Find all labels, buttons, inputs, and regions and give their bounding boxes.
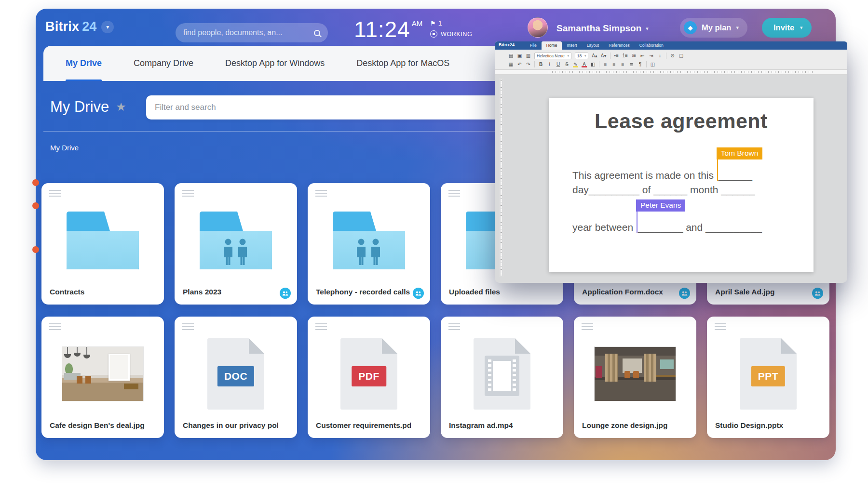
invite-button[interactable]: Invite ▾ <box>762 18 812 38</box>
search-icon[interactable] <box>314 30 320 36</box>
work-status-box: ⚑ 1 WORKING <box>430 19 472 38</box>
card-menu-icon[interactable] <box>315 190 327 197</box>
shared-badge-icon <box>280 288 291 299</box>
tab-company-drive[interactable]: Company Drive <box>134 46 193 81</box>
shrink-font-icon[interactable]: A▾ <box>601 53 607 59</box>
card-cafe-design[interactable]: Cafe design Ben's deal.jpg <box>41 317 164 438</box>
image-icon[interactable]: ◫ <box>650 62 655 67</box>
bold-icon[interactable]: B <box>538 62 543 67</box>
document-line-1: This agreement is made on this Tom Brown… <box>572 169 799 181</box>
card-label: Plans 2023 <box>183 288 278 296</box>
favorite-star-icon[interactable]: ★ <box>116 100 126 114</box>
card-menu-icon[interactable] <box>182 190 194 197</box>
files-grid-row-2: Cafe design Ben's deal.jpg DOC Changes i… <box>41 317 829 438</box>
pilcrow-icon[interactable]: ¶ <box>637 62 643 67</box>
justify-icon[interactable]: ≣ <box>629 62 634 67</box>
card-label: Uploaded files <box>449 288 544 296</box>
flag-counter[interactable]: ⚑ 1 <box>430 19 472 27</box>
user-avatar[interactable] <box>528 17 548 38</box>
tab-desktop-app-windows[interactable]: Desktop App for Windows <box>225 46 325 81</box>
user-menu[interactable]: Samantha Simpson ▾ <box>556 23 649 34</box>
card-label: Application Form.docx <box>582 288 677 296</box>
shared-folder-icon <box>333 212 405 269</box>
doc-file-icon: DOC <box>207 338 264 410</box>
notification-dot <box>32 246 39 253</box>
print-icon[interactable]: ▤ <box>508 53 514 59</box>
clear-format-icon[interactable]: ⊘ <box>670 53 675 59</box>
tab-desktop-app-macos[interactable]: Desktop App for MacOS <box>356 46 449 81</box>
ppt-file-icon: PPT <box>740 338 797 410</box>
menu-file[interactable]: File <box>525 41 542 50</box>
card-menu-icon[interactable] <box>49 323 61 330</box>
highlight-icon[interactable]: ✎ <box>573 62 578 67</box>
my-plan-button[interactable]: ◆ My plan ▾ <box>680 18 747 38</box>
card-telephony-recorded-calls[interactable]: Telephony - recorded calls <box>308 183 430 305</box>
card-label: Cafe design Ben's deal.jpg <box>50 421 145 430</box>
bullet-list-icon[interactable]: •≡ <box>614 53 619 59</box>
card-customer-requirements[interactable]: PDF Customer requirements.pdf <box>308 317 430 438</box>
align-center-icon[interactable]: ≡ <box>611 62 617 67</box>
horizontal-ruler[interactable] <box>495 70 847 75</box>
font-family-select[interactable]: Helvetica Neue▾ <box>534 53 571 59</box>
card-contracts[interactable]: Contracts <box>41 183 164 305</box>
page-color-icon[interactable]: ▢ <box>678 53 684 59</box>
grow-font-icon[interactable]: A▴ <box>592 53 597 59</box>
card-menu-icon[interactable] <box>49 190 61 197</box>
increase-indent-icon[interactable]: ⇥ <box>649 53 654 59</box>
chevron-down-icon[interactable]: ▾ <box>101 21 114 33</box>
decrease-indent-icon[interactable]: ⇤ <box>640 53 645 59</box>
paste-icon[interactable]: ▥ <box>526 53 531 59</box>
document-title: Lease agreement <box>549 109 814 133</box>
document-line-2: day_________ of ______ month ______ <box>572 184 799 196</box>
card-label: Instagram ad.mp4 <box>449 421 544 430</box>
font-color-icon[interactable]: A <box>582 62 587 67</box>
card-menu-icon[interactable] <box>448 190 460 197</box>
italic-icon[interactable]: I <box>547 62 552 67</box>
card-label: Contracts <box>50 288 145 296</box>
redo-icon[interactable]: ↷ <box>526 62 531 67</box>
align-right-icon[interactable]: ≡ <box>620 62 625 67</box>
align-left-icon[interactable]: ≡ <box>603 62 608 67</box>
card-menu-icon[interactable] <box>582 323 593 330</box>
clipboard-icon[interactable]: ▦ <box>508 62 514 67</box>
breadcrumb[interactable]: My Drive <box>50 144 79 152</box>
vertical-ruler[interactable] <box>499 78 503 277</box>
chevron-down-icon: ▾ <box>646 26 649 32</box>
card-instagram-ad[interactable]: Instagram ad.mp4 <box>441 317 563 438</box>
card-privacy-changes[interactable]: DOC Changes in our privacy poli... <box>175 317 297 438</box>
multilevel-list-icon[interactable]: ⁝≡ <box>631 53 637 59</box>
menu-collaboration[interactable]: Collaboration <box>635 41 668 50</box>
card-menu-icon[interactable] <box>182 323 194 330</box>
document-page[interactable]: Lease agreement This agreement is made o… <box>549 98 814 272</box>
card-studio-design[interactable]: PPT Studio Design.pptx <box>707 317 829 438</box>
numbered-list-icon[interactable]: 1≡ <box>623 53 628 59</box>
work-clock: 11:24 AM <box>354 16 422 42</box>
menu-references[interactable]: References <box>604 41 634 50</box>
bitrix-logo[interactable]: Bitrix 24 ▾ <box>45 19 114 34</box>
font-size-select[interactable]: 18▾ <box>575 53 588 59</box>
card-menu-icon[interactable] <box>315 323 327 330</box>
underline-icon[interactable]: U <box>556 62 561 67</box>
card-menu-icon[interactable] <box>715 323 726 330</box>
line-spacing-icon[interactable]: ↕ <box>657 53 663 59</box>
menu-insert[interactable]: Insert <box>562 41 582 50</box>
menu-home[interactable]: Home <box>542 41 562 50</box>
fill-color-icon[interactable]: ◧ <box>590 62 596 67</box>
undo-icon[interactable]: ↶ <box>517 62 522 67</box>
strikethrough-icon[interactable]: S <box>564 62 570 67</box>
film-strip-icon <box>485 356 519 396</box>
card-menu-icon[interactable] <box>448 323 460 330</box>
people-icon <box>220 239 251 266</box>
card-plans-2023[interactable]: Plans 2023 <box>175 183 297 305</box>
menu-layout[interactable]: Layout <box>582 41 604 50</box>
photo-lounge-interior <box>594 346 676 401</box>
time-meridiem: AM <box>412 19 423 27</box>
copy-icon[interactable]: ▣ <box>517 53 522 59</box>
global-search-input[interactable] <box>183 28 314 37</box>
chevron-down-icon: ▾ <box>568 54 569 57</box>
tab-my-drive[interactable]: My Drive <box>66 46 102 81</box>
chevron-down-icon: ▾ <box>736 25 739 31</box>
working-toggle[interactable]: WORKING <box>430 30 472 38</box>
card-lounge-zone[interactable]: Lounge zone design.jpg <box>574 317 696 438</box>
page-title: My Drive <box>50 98 109 116</box>
